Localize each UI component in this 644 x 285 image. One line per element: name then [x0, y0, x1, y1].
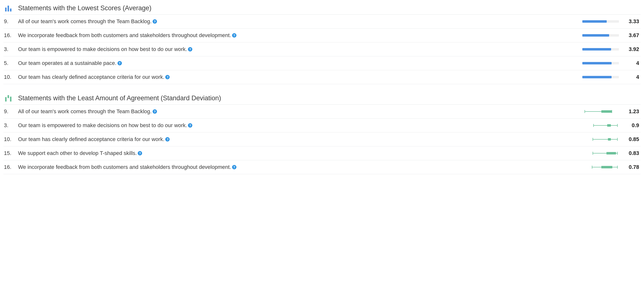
deviation-whisker — [582, 165, 619, 169]
help-icon[interactable]: ? — [188, 47, 192, 52]
viz-cell — [581, 20, 620, 23]
viz-cell — [581, 62, 620, 64]
section: Statements with the Least Amount of Agre… — [4, 93, 640, 174]
statement-text: We incorporate feedback from both custom… — [18, 32, 231, 39]
statement-number: 9. — [4, 18, 13, 25]
help-icon[interactable]: ? — [188, 123, 192, 128]
statement-text: Our team is empowered to make decisions … — [18, 122, 187, 129]
statement-number: 16. — [4, 32, 13, 39]
svg-rect-3 — [5, 97, 6, 102]
statement-number: 16. — [4, 164, 13, 170]
statement-text: Our team operates at a sustainable pace. — [18, 60, 116, 66]
score-value: 3.33 — [625, 18, 640, 25]
statement-row: 16.We incorporate feedback from both cus… — [4, 29, 640, 43]
svg-rect-0 — [5, 8, 6, 12]
score-value: 4 — [625, 74, 640, 80]
svg-rect-4 — [8, 95, 9, 98]
statement-text: We incorporate feedback from both custom… — [18, 164, 231, 170]
statement-row: 3.Our team is empowered to make decision… — [4, 119, 640, 133]
viz-cell — [581, 165, 620, 169]
score-value: 4 — [625, 60, 640, 66]
statement-text-cell: All of our team's work comes through the… — [18, 18, 576, 25]
statement-row: 10.Our team has clearly defined acceptan… — [4, 133, 640, 146]
statement-text-cell: Our team operates at a sustainable pace.… — [18, 60, 576, 66]
section-title: Statements with the Least Amount of Agre… — [18, 94, 221, 102]
statement-number: 10. — [4, 136, 13, 143]
statement-number: 3. — [4, 46, 13, 53]
section-title: Statements with the Lowest Scores (Avera… — [18, 5, 151, 12]
svg-rect-2 — [10, 9, 12, 12]
deviation-chart-icon — [5, 95, 12, 102]
score-value: 0.9 — [625, 122, 640, 129]
score-bar — [582, 48, 619, 51]
statement-row: 16.We incorporate feedback from both cus… — [4, 160, 640, 174]
score-value: 0.83 — [625, 150, 640, 156]
svg-rect-5 — [10, 97, 12, 102]
statement-number: 9. — [4, 108, 13, 115]
help-icon[interactable]: ? — [232, 165, 236, 169]
score-bar — [582, 62, 619, 64]
viz-cell — [581, 123, 620, 128]
statement-text: All of our team's work comes through the… — [18, 18, 152, 25]
score-bar — [582, 20, 619, 23]
statement-text-cell: We incorporate feedback from both custom… — [18, 164, 576, 170]
score-value: 3.92 — [625, 46, 640, 53]
statement-number: 3. — [4, 122, 13, 129]
statement-text-cell: We incorporate feedback from both custom… — [18, 32, 576, 39]
statement-row: 3.Our team is empowered to make decision… — [4, 43, 640, 56]
statement-text: Our team has clearly defined acceptance … — [18, 74, 164, 80]
deviation-whisker — [582, 151, 619, 155]
viz-cell — [581, 151, 620, 155]
statement-row: 15.We support each other to develop T-sh… — [4, 146, 640, 160]
statement-text-cell: We support each other to develop T-shape… — [18, 150, 576, 156]
section: Statements with the Lowest Scores (Avera… — [4, 3, 640, 84]
deviation-whisker — [582, 123, 619, 128]
help-icon[interactable]: ? — [118, 61, 122, 65]
viz-cell — [581, 137, 620, 142]
statement-number: 10. — [4, 74, 13, 80]
statement-row: 9.All of our team's work comes through t… — [4, 15, 640, 29]
help-icon[interactable]: ? — [232, 33, 236, 38]
statement-text-cell: Our team is empowered to make decisions … — [18, 122, 576, 129]
help-icon[interactable]: ? — [165, 75, 170, 79]
score-value: 0.85 — [625, 136, 640, 143]
help-icon[interactable]: ? — [138, 151, 142, 155]
statement-text: All of our team's work comes through the… — [18, 108, 152, 115]
score-value: 0.78 — [625, 164, 640, 170]
deviation-whisker — [582, 109, 619, 114]
bar-chart-icon — [5, 5, 12, 12]
statement-text-cell: Our team has clearly defined acceptance … — [18, 74, 576, 80]
statement-text-cell: Our team has clearly defined acceptance … — [18, 136, 576, 143]
section-header: Statements with the Least Amount of Agre… — [4, 93, 640, 105]
deviation-whisker — [582, 137, 619, 142]
score-bar — [582, 76, 619, 78]
viz-cell — [581, 34, 620, 37]
help-icon[interactable]: ? — [152, 109, 157, 114]
svg-rect-1 — [8, 6, 9, 12]
score-bar — [582, 34, 619, 37]
statement-text: Our team has clearly defined acceptance … — [18, 136, 164, 143]
viz-cell — [581, 109, 620, 114]
statement-row: 10.Our team has clearly defined acceptan… — [4, 70, 640, 84]
score-value: 1.23 — [625, 108, 640, 115]
section-header: Statements with the Lowest Scores (Avera… — [4, 3, 640, 15]
viz-cell — [581, 76, 620, 78]
statement-text-cell: All of our team's work comes through the… — [18, 108, 576, 115]
score-value: 3.67 — [625, 32, 640, 39]
statement-number: 5. — [4, 60, 13, 66]
statement-text: We support each other to develop T-shape… — [18, 150, 137, 156]
help-icon[interactable]: ? — [152, 19, 157, 24]
statement-text: Our team is empowered to make decisions … — [18, 46, 187, 53]
statement-row: 9.All of our team's work comes through t… — [4, 105, 640, 119]
statement-text-cell: Our team is empowered to make decisions … — [18, 46, 576, 53]
statement-number: 15. — [4, 150, 13, 156]
statement-row: 5.Our team operates at a sustainable pac… — [4, 56, 640, 70]
viz-cell — [581, 48, 620, 51]
help-icon[interactable]: ? — [165, 137, 170, 142]
